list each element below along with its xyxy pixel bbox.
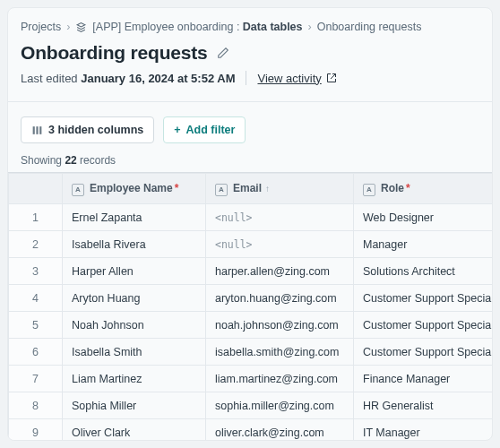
- row-number: 7: [9, 366, 63, 392]
- column-header-email[interactable]: AEmail↑: [206, 174, 354, 204]
- cell-name[interactable]: Sophia Miller: [63, 392, 206, 419]
- row-number: 6: [9, 339, 63, 366]
- cell-role[interactable]: Customer Support Specialist: [354, 285, 494, 312]
- row-number: 8: [9, 392, 63, 419]
- chevron-right-icon: ›: [66, 21, 70, 33]
- cell-email[interactable]: isabella.smith@zing.com: [206, 339, 354, 366]
- last-edited-label: Last edited January 16, 2024 at 5:52 AM: [21, 72, 235, 85]
- svg-rect-1: [36, 126, 38, 134]
- cell-email[interactable]: <null>: [206, 231, 354, 258]
- columns-icon: [31, 125, 43, 136]
- cell-name[interactable]: Isabella Rivera: [63, 231, 206, 258]
- cell-email[interactable]: harper.allen@zing.com: [206, 258, 354, 285]
- text-type-icon: A: [363, 184, 375, 196]
- edit-icon[interactable]: [217, 47, 229, 59]
- record-count-label: Showing 22 records: [21, 154, 479, 167]
- table-row[interactable]: 5Noah Johnsonnoah.johnson@zing.comCustom…: [9, 312, 494, 339]
- column-header-role[interactable]: ARole*: [354, 174, 494, 204]
- cell-name[interactable]: Ernel Zapanta: [63, 204, 206, 231]
- cell-email[interactable]: liam.martinez@zing.com: [206, 366, 354, 392]
- cell-email[interactable]: sophia.miller@zing.com: [206, 392, 354, 419]
- svg-rect-0: [33, 126, 35, 134]
- breadcrumb: Projects › [APP] Employee onboarding : D…: [21, 21, 479, 33]
- cell-email[interactable]: noah.johnson@zing.com: [206, 312, 354, 339]
- svg-rect-2: [39, 126, 41, 134]
- external-link-icon: [326, 73, 337, 83]
- table-row[interactable]: 3Harper Allenharper.allen@zing.comSoluti…: [9, 258, 494, 285]
- add-filter-button[interactable]: + Add filter: [163, 116, 246, 143]
- row-number-header: [9, 174, 63, 204]
- table-row[interactable]: 9Oliver Clarkoliver.clark@zing.comIT Man…: [9, 419, 494, 442]
- sort-asc-icon: ↑: [265, 184, 270, 194]
- cell-role[interactable]: Customer Support Specialist: [354, 312, 494, 339]
- cell-email[interactable]: <null>: [206, 204, 354, 231]
- divider: [8, 101, 492, 102]
- table-row[interactable]: 4Aryton Huangaryton.huang@zing.comCustom…: [9, 285, 494, 312]
- page-title: Onboarding requests: [21, 42, 208, 64]
- stack-icon: [75, 22, 87, 33]
- text-type-icon: A: [215, 184, 228, 196]
- divider: [246, 71, 246, 85]
- cell-role[interactable]: HR Generalist: [354, 392, 494, 419]
- cell-role[interactable]: Customer Support Specialist: [354, 339, 494, 366]
- data-table: AEmployee Name* AEmail↑ ARole* 1Ernel Za…: [8, 173, 493, 441]
- cell-name[interactable]: Harper Allen: [63, 258, 206, 285]
- cell-email[interactable]: oliver.clark@zing.com: [206, 419, 354, 442]
- plus-icon: +: [174, 124, 180, 136]
- breadcrumb-current: Onboarding requests: [317, 21, 422, 33]
- cell-name[interactable]: Aryton Huang: [63, 285, 206, 312]
- table-row[interactable]: 6Isabella Smithisabella.smith@zing.comCu…: [9, 339, 494, 366]
- table-row[interactable]: 7Liam Martinezliam.martinez@zing.comFina…: [9, 366, 494, 392]
- breadcrumb-project[interactable]: [APP] Employee onboarding : Data tables: [92, 21, 302, 33]
- cell-role[interactable]: Finance Manager: [354, 366, 494, 392]
- breadcrumb-root[interactable]: Projects: [21, 21, 61, 33]
- cell-role[interactable]: Solutions Architect: [354, 258, 494, 285]
- view-activity-link[interactable]: View activity: [257, 72, 336, 85]
- row-number: 3: [9, 258, 63, 285]
- column-header-name[interactable]: AEmployee Name*: [63, 174, 206, 204]
- hidden-columns-button[interactable]: 3 hidden columns: [21, 116, 154, 143]
- row-number: 4: [9, 285, 63, 312]
- text-type-icon: A: [72, 184, 84, 196]
- cell-role[interactable]: Web Designer: [354, 204, 494, 231]
- row-number: 9: [9, 419, 63, 442]
- cell-name[interactable]: Oliver Clark: [63, 419, 206, 442]
- cell-name[interactable]: Liam Martinez: [63, 366, 206, 392]
- row-number: 1: [9, 204, 63, 231]
- cell-name[interactable]: Noah Johnson: [63, 312, 206, 339]
- cell-role[interactable]: Manager: [354, 231, 494, 258]
- table-row[interactable]: 2Isabella Rivera<null>Manager: [9, 231, 494, 258]
- row-number: 5: [9, 312, 63, 339]
- cell-email[interactable]: aryton.huang@zing.com: [206, 285, 354, 312]
- row-number: 2: [9, 231, 63, 258]
- table-row[interactable]: 1Ernel Zapanta<null>Web Designer: [9, 204, 494, 231]
- cell-name[interactable]: Isabella Smith: [63, 339, 206, 366]
- cell-role[interactable]: IT Manager: [354, 419, 494, 442]
- table-row[interactable]: 8Sophia Millersophia.miller@zing.comHR G…: [9, 392, 494, 419]
- chevron-right-icon: ›: [308, 21, 312, 33]
